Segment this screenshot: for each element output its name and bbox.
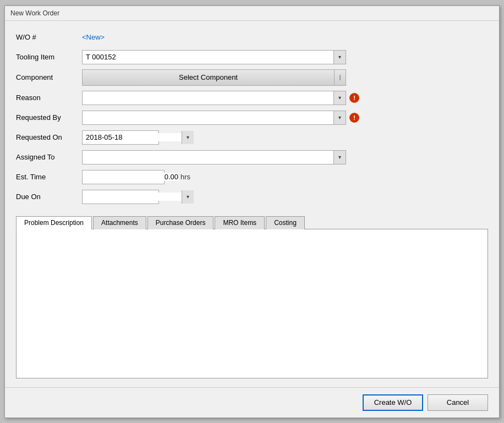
wo-control: <New> xyxy=(82,33,488,41)
create-wo-button[interactable]: Create W/O xyxy=(363,394,423,411)
tooling-label: Tooling Item xyxy=(16,53,82,61)
tab-costing[interactable]: Costing xyxy=(266,216,305,229)
component-control: Select Component | xyxy=(82,69,488,86)
tooling-row: Tooling Item xyxy=(16,50,488,65)
reason-label: Reason xyxy=(16,94,82,102)
select-component-button[interactable]: Select Component xyxy=(82,69,334,86)
tab-content-problem-description[interactable] xyxy=(16,229,488,378)
assigned-to-dropdown-btn[interactable] xyxy=(333,151,346,164)
component-row: Component Select Component | xyxy=(16,69,488,86)
requested-on-field[interactable] xyxy=(82,130,159,145)
assigned-to-row: Assigned To xyxy=(16,150,488,165)
due-on-control xyxy=(82,190,488,204)
window-title: New Work Order xyxy=(10,9,59,17)
requested-by-field[interactable] xyxy=(82,111,346,125)
reason-input[interactable] xyxy=(83,94,333,102)
est-time-input[interactable] xyxy=(86,173,178,181)
requested-on-control xyxy=(82,130,488,145)
reason-field[interactable] xyxy=(82,91,346,105)
tabs-section: Problem Description Attachments Purchase… xyxy=(16,216,488,378)
wo-value: <New> xyxy=(82,33,105,41)
tooling-dropdown-btn[interactable] xyxy=(333,51,346,64)
reason-row: Reason ! xyxy=(16,90,488,106)
tab-problem-description[interactable]: Problem Description xyxy=(16,216,92,229)
due-on-input[interactable] xyxy=(83,193,182,201)
tooling-control xyxy=(82,50,488,64)
reason-error-icon: ! xyxy=(349,93,359,103)
cancel-button[interactable]: Cancel xyxy=(428,394,488,411)
tab-attachments[interactable]: Attachments xyxy=(93,216,146,229)
assigned-to-label: Assigned To xyxy=(16,153,82,161)
reason-control: ! xyxy=(82,91,488,105)
tab-mro-items[interactable]: MRO Items xyxy=(215,216,265,229)
assigned-to-field[interactable] xyxy=(82,150,346,164)
est-time-field[interactable]: hrs xyxy=(82,170,165,184)
component-label: Component xyxy=(16,73,82,81)
problem-description-textarea[interactable] xyxy=(21,234,483,250)
requested-on-input[interactable] xyxy=(83,133,182,141)
assigned-to-input[interactable] xyxy=(83,153,333,161)
requested-by-label: Requested By xyxy=(16,113,82,122)
form-area: W/O # <New> Tooling Item Component Selec… xyxy=(5,21,499,387)
wo-label: W/O # xyxy=(16,33,82,41)
footer: Create W/O Cancel xyxy=(5,387,499,417)
requested-by-dropdown-btn[interactable] xyxy=(333,111,346,124)
requested-by-error-icon: ! xyxy=(349,113,359,123)
requested-on-row: Requested On xyxy=(16,130,488,145)
est-time-unit: hrs xyxy=(180,173,190,181)
est-time-control: hrs xyxy=(82,170,488,184)
reason-dropdown-btn[interactable] xyxy=(333,91,346,105)
requested-by-row: Requested By ! xyxy=(16,110,488,125)
component-btn-group: Select Component | xyxy=(82,69,346,86)
requested-on-label: Requested On xyxy=(16,133,82,141)
due-on-row: Due On xyxy=(16,189,488,205)
title-bar: New Work Order xyxy=(5,6,499,21)
est-time-row: Est. Time hrs xyxy=(16,169,488,185)
requested-by-input[interactable] xyxy=(83,113,333,122)
due-on-label: Due On xyxy=(16,193,82,201)
tooling-select[interactable] xyxy=(82,50,346,64)
tooling-input[interactable] xyxy=(83,53,333,61)
component-side-button[interactable]: | xyxy=(334,69,346,86)
est-time-label: Est. Time xyxy=(16,173,82,181)
tab-purchase-orders[interactable]: Purchase Orders xyxy=(147,216,214,229)
main-window: New Work Order W/O # <New> Tooling Item … xyxy=(4,6,500,418)
requested-on-dropdown-btn[interactable] xyxy=(182,131,194,144)
due-on-dropdown-btn[interactable] xyxy=(182,190,194,204)
assigned-to-control xyxy=(82,150,488,164)
wo-row: W/O # <New> xyxy=(16,30,488,45)
requested-by-control: ! xyxy=(82,111,488,125)
due-on-field[interactable] xyxy=(82,190,159,204)
tab-bar: Problem Description Attachments Purchase… xyxy=(16,216,488,229)
